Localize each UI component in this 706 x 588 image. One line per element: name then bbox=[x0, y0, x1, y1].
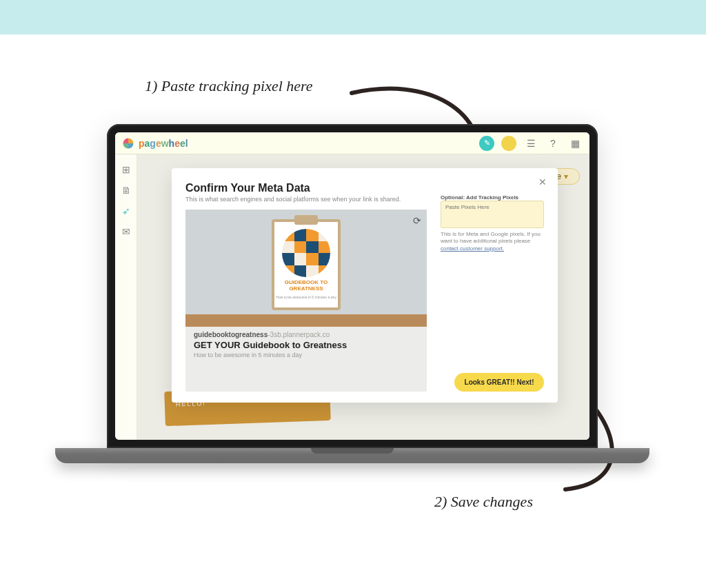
list-icon[interactable]: ☰ bbox=[523, 136, 538, 151]
confirm-metadata-modal: Confirm Your Meta Data This is what sear… bbox=[172, 168, 558, 403]
app-top-bar: pagewheel ✎ ☰ ? ▦ bbox=[115, 132, 589, 154]
sidebar-dashboard-icon[interactable]: ⊞ bbox=[122, 164, 130, 175]
tracking-pixels-input[interactable] bbox=[441, 201, 544, 228]
sidebar-rocket-icon[interactable]: ➶ bbox=[122, 205, 130, 216]
help-icon[interactable]: ? bbox=[545, 136, 561, 151]
sidebar-mail-icon[interactable]: ✉ bbox=[122, 226, 130, 237]
modal-right-column: ✕ Optional: Add Tracking Pixels This is … bbox=[441, 182, 544, 392]
pixels-note-text: This is for Meta and Google pixels. If y… bbox=[441, 231, 541, 244]
annotation-step-2: 2) Save changes bbox=[434, 493, 533, 511]
annotation-step-1: 1) Paste tracking pixel here bbox=[145, 77, 313, 95]
modal-title: Confirm Your Meta Data bbox=[185, 182, 427, 194]
appbar-action-1-icon[interactable]: ✎ bbox=[479, 136, 494, 151]
laptop-screen: pagewheel ✎ ☰ ? ▦ ⊞ 🗎 ➶ ✉ Free ▾ HEL bbox=[115, 132, 589, 440]
preview-image: ⟳ GUIDEBOOK TO GREATNESS How bbox=[185, 210, 427, 327]
preview-url: guidebooktogreatness-3sb.plannerpack.co bbox=[194, 331, 418, 338]
apps-grid-icon[interactable]: ▦ bbox=[567, 136, 583, 151]
laptop-base bbox=[55, 448, 649, 463]
left-sidebar: ⊞ 🗎 ➶ ✉ bbox=[115, 154, 137, 440]
pinwheel-logo-icon bbox=[122, 137, 134, 150]
modal-left-column: Confirm Your Meta Data This is what sear… bbox=[185, 182, 427, 392]
brand-wordmark: pagewheel bbox=[139, 138, 188, 149]
preview-url-slug: guidebooktogreatness bbox=[194, 331, 268, 338]
close-icon[interactable]: ✕ bbox=[538, 176, 547, 187]
laptop-frame: pagewheel ✎ ☰ ? ▦ ⊞ 🗎 ➶ ✉ Free ▾ HEL bbox=[107, 124, 598, 448]
page-top-banner bbox=[0, 0, 706, 34]
clipboard-subtitle: How to be awesome in 5 minutes a day bbox=[274, 295, 338, 299]
tracking-pixels-note: This is for Meta and Google pixels. If y… bbox=[441, 231, 544, 252]
modal-subtitle: This is what search engines and social p… bbox=[185, 196, 427, 203]
looks-great-next-button[interactable]: Looks GREAT!! Next! bbox=[454, 373, 544, 392]
preview-url-domain: -3sb.plannerpack.co bbox=[268, 331, 330, 338]
preview-description: How to be awesome in 5 minutes a day bbox=[194, 352, 418, 358]
contact-support-link[interactable]: contact customer support. bbox=[441, 245, 504, 252]
tracking-pixels-label: Optional: Add Tracking Pixels bbox=[441, 194, 544, 201]
appbar-action-2-icon[interactable] bbox=[501, 136, 516, 151]
meta-preview-card: ⟳ GUIDEBOOK TO GREATNESS How bbox=[185, 210, 427, 392]
main-stage: Free ▾ HELLO! Confirm Your Meta Data Thi… bbox=[137, 154, 589, 440]
preview-title: GET YOUR Guidebook to Greatness bbox=[194, 340, 418, 350]
refresh-icon[interactable]: ⟳ bbox=[413, 215, 421, 226]
clipboard-graphic: GUIDEBOOK TO GREATNESS How to be awesome… bbox=[272, 219, 341, 310]
clipboard-title: GUIDEBOOK TO GREATNESS bbox=[274, 280, 338, 292]
sidebar-file-icon[interactable]: 🗎 bbox=[121, 185, 131, 196]
